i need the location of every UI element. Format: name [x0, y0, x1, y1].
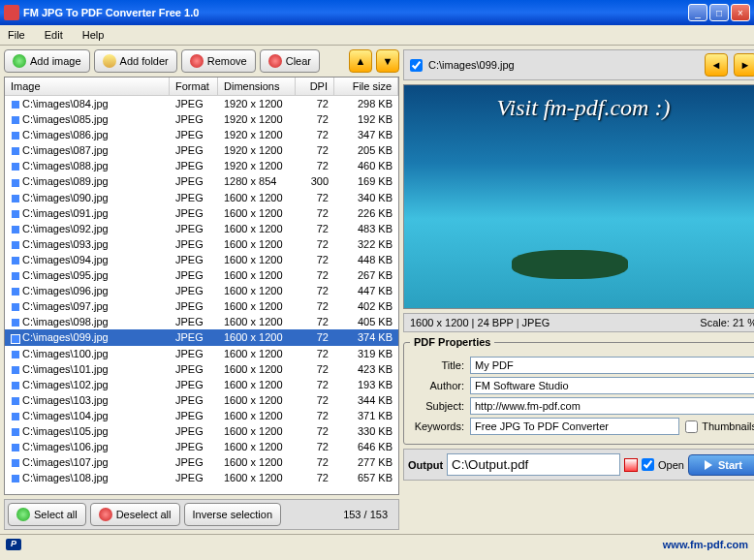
table-row[interactable]: C:\images\104.jpgJPEG1600 x 120072371 KB: [5, 408, 398, 423]
table-row[interactable]: C:\images\094.jpgJPEG1600 x 120072448 KB: [5, 252, 398, 267]
inverse-selection-button[interactable]: Inverse selection: [184, 503, 282, 526]
subject-input[interactable]: [470, 397, 754, 415]
clear-button[interactable]: Clear: [260, 49, 320, 73]
table-row[interactable]: C:\images\102.jpgJPEG1600 x 120072193 KB: [5, 377, 398, 392]
table-row[interactable]: C:\images\103.jpgJPEG1600 x 120072344 KB: [5, 392, 398, 408]
plus-icon: [13, 54, 26, 68]
pdf-icon[interactable]: [624, 458, 638, 472]
subject-label: Subject:: [410, 400, 464, 412]
start-button[interactable]: Start: [688, 454, 754, 476]
menu-edit[interactable]: Edit: [41, 27, 67, 43]
file-icon: [11, 334, 20, 344]
table-row[interactable]: C:\images\089.jpgJPEG1280 x 854300169 KB: [5, 173, 398, 189]
table-row[interactable]: C:\images\090.jpgJPEG1600 x 120072340 KB: [5, 190, 398, 205]
file-icon: [11, 396, 20, 406]
col-dimensions[interactable]: Dimensions: [218, 78, 296, 95]
file-icon: [11, 131, 20, 140]
file-icon: [11, 412, 20, 421]
preview-path: C:\images\099.jpg: [428, 59, 515, 71]
file-icon: [11, 474, 20, 483]
open-label: Open: [658, 459, 684, 471]
table-row[interactable]: C:\images\099.jpgJPEG1600 x 120072374 KB: [5, 329, 398, 345]
title-input[interactable]: [470, 357, 754, 374]
table-row[interactable]: C:\images\095.jpgJPEG1600 x 120072267 KB: [5, 267, 398, 283]
file-icon: [11, 162, 20, 171]
table-row[interactable]: C:\images\084.jpgJPEG1920 x 120072298 KB: [5, 96, 398, 111]
pdf-properties-legend: PDF Properties: [410, 336, 494, 348]
table-row[interactable]: C:\images\097.jpgJPEG1600 x 120072402 KB: [5, 298, 398, 314]
table-row[interactable]: C:\images\101.jpgJPEG1600 x 120072423 KB: [5, 361, 398, 377]
file-icon: [11, 256, 20, 265]
add-image-button[interactable]: Add image: [4, 49, 90, 73]
col-filesize[interactable]: File size: [334, 78, 398, 95]
preview-toolbar: C:\images\099.jpg ◄ ►: [403, 49, 754, 80]
file-icon: [11, 287, 20, 296]
prev-image-button[interactable]: ◄: [705, 53, 728, 77]
keywords-input[interactable]: [470, 418, 679, 435]
thumbnails-checkbox[interactable]: [685, 420, 698, 433]
move-down-button[interactable]: ▼: [376, 49, 399, 73]
selection-bar: Select all Deselect all Inverse selectio…: [4, 499, 399, 530]
table-row[interactable]: C:\images\096.jpgJPEG1600 x 120072447 KB: [5, 283, 398, 298]
output-path-input[interactable]: [447, 453, 620, 476]
move-up-button[interactable]: ▲: [349, 49, 372, 73]
paypal-icon[interactable]: P: [6, 539, 21, 550]
author-input[interactable]: [470, 377, 754, 394]
file-icon: [11, 100, 20, 109]
app-icon: [4, 5, 19, 20]
statusbar: P www.fm-pdf.com: [0, 534, 754, 553]
col-format[interactable]: Format: [170, 78, 218, 95]
preview-checkbox[interactable]: [410, 59, 423, 72]
file-icon: [11, 365, 20, 375]
menu-help[interactable]: Help: [79, 27, 109, 43]
remove-button[interactable]: Remove: [181, 49, 256, 73]
open-checkbox[interactable]: [642, 458, 654, 471]
scale-info: Scale: 21 %: [700, 317, 754, 328]
deselect-all-button[interactable]: Deselect all: [90, 503, 180, 526]
image-table: Image Format Dimensions DPI File size C:…: [4, 77, 399, 495]
table-row[interactable]: C:\images\085.jpgJPEG1920 x 120072192 KB: [5, 111, 398, 127]
table-row[interactable]: C:\images\086.jpgJPEG1920 x 120072347 KB: [5, 127, 398, 142]
table-row[interactable]: C:\images\107.jpgJPEG1600 x 120072277 KB: [5, 454, 398, 470]
file-icon: [11, 178, 20, 188]
table-row[interactable]: C:\images\088.jpgJPEG1920 x 120072460 KB: [5, 158, 398, 173]
thumbnails-label: Thumbnails: [702, 420, 754, 432]
output-label: Output: [408, 459, 443, 471]
col-dpi[interactable]: DPI: [296, 78, 334, 95]
table-row[interactable]: C:\images\092.jpgJPEG1600 x 120072483 KB: [5, 221, 398, 236]
file-icon: [11, 115, 20, 125]
table-row[interactable]: C:\images\105.jpgJPEG1600 x 120072330 KB: [5, 423, 398, 439]
image-info: 1600 x 1200 | 24 BPP | JPEG: [410, 317, 550, 328]
author-label: Author:: [410, 380, 464, 391]
pdf-properties-group: PDF Properties Title: Author: Subject: K…: [403, 336, 754, 445]
col-image[interactable]: Image: [5, 78, 170, 95]
menubar: File Edit Help: [0, 25, 754, 46]
website-link[interactable]: www.fm-pdf.com: [663, 539, 748, 550]
preview-info-bar: 1600 x 1200 | 24 BPP | JPEG Scale: 21 %: [403, 313, 754, 332]
menu-file[interactable]: File: [4, 27, 29, 43]
minimize-button[interactable]: _: [688, 4, 707, 21]
table-row[interactable]: C:\images\100.jpgJPEG1600 x 120072319 KB: [5, 346, 398, 361]
maximize-button[interactable]: □: [709, 4, 729, 21]
table-row[interactable]: C:\images\087.jpgJPEG1920 x 120072205 KB: [5, 142, 398, 158]
select-all-button[interactable]: Select all: [8, 503, 86, 526]
table-row[interactable]: C:\images\098.jpgJPEG1600 x 120072405 KB: [5, 314, 398, 329]
file-icon: [11, 146, 20, 156]
plus-icon: [16, 508, 30, 521]
file-icon: [11, 271, 20, 281]
add-folder-button[interactable]: Add folder: [94, 49, 177, 73]
close-button[interactable]: ×: [731, 4, 750, 21]
clear-icon: [268, 54, 282, 68]
file-icon: [11, 209, 20, 219]
minus-icon: [99, 508, 112, 521]
file-icon: [11, 458, 20, 468]
table-row[interactable]: C:\images\093.jpgJPEG1600 x 120072322 KB: [5, 236, 398, 252]
table-row[interactable]: C:\images\108.jpgJPEG1600 x 120072657 KB: [5, 470, 398, 485]
title-label: Title:: [410, 359, 464, 371]
folder-icon: [103, 54, 116, 68]
table-row[interactable]: C:\images\106.jpgJPEG1600 x 120072646 KB: [5, 439, 398, 454]
window-title: FM JPG To PDF Converter Free 1.0: [23, 7, 688, 18]
next-image-button[interactable]: ►: [734, 53, 754, 77]
keywords-label: Keywords:: [410, 420, 464, 432]
table-row[interactable]: C:\images\091.jpgJPEG1600 x 120072226 KB: [5, 205, 398, 221]
